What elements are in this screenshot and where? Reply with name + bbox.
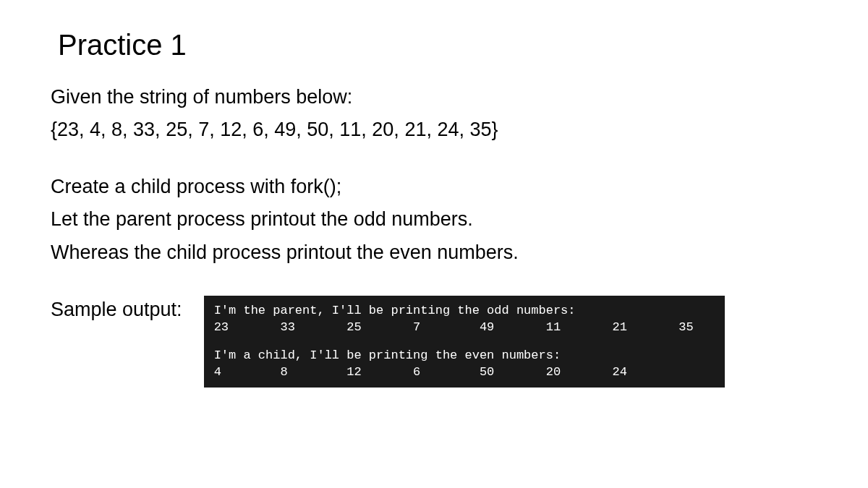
instruction-fork: Create a child process with fork(); (51, 173, 817, 201)
terminal-child-numbers: 4 8 12 6 50 20 24 (214, 364, 715, 381)
terminal-child-header: I'm a child, I'll be printing the even n… (214, 348, 715, 364)
numbers-array: {23, 4, 8, 33, 25, 7, 12, 6, 49, 50, 11,… (51, 116, 817, 144)
instruction-parent: Let the parent process printout the odd … (51, 205, 817, 234)
intro-line: Given the string of numbers below: (51, 83, 817, 111)
instruction-child: Whereas the child process printout the e… (51, 239, 817, 267)
terminal-parent-numbers: 23 33 25 7 49 11 21 35 (214, 320, 715, 336)
terminal-output: I'm the parent, I'll be printing the odd… (204, 296, 725, 388)
sample-output-label: Sample output: (51, 296, 182, 321)
sample-output-section: Sample output: I'm the parent, I'll be p… (51, 296, 817, 388)
terminal-parent-header: I'm the parent, I'll be printing the odd… (214, 303, 715, 320)
slide-title: Practice 1 (58, 29, 817, 61)
